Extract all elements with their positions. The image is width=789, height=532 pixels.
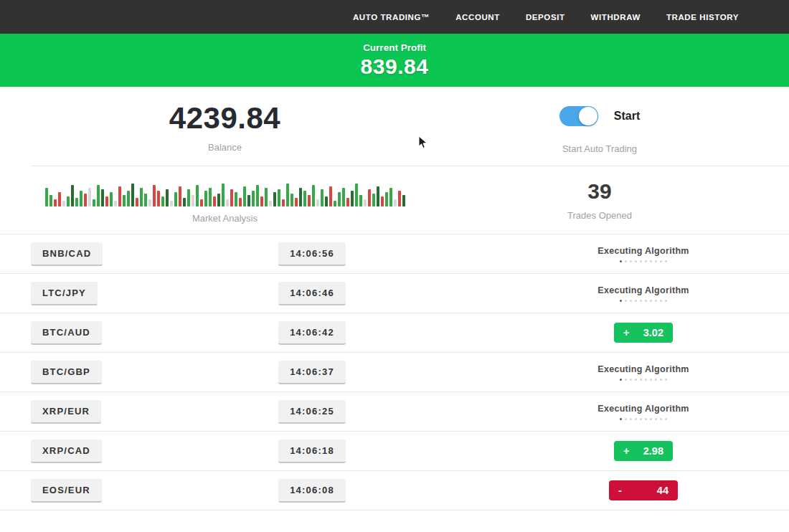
market-analysis-label: Market Analysis [192, 213, 258, 224]
trades-opened-block: 39 Trades Opened [450, 166, 789, 234]
pair-chip[interactable]: XRP/CAD [31, 440, 102, 463]
table-row: LTC/JPY 14:06:46 Executing Algorithm [0, 273, 789, 313]
time-chip: 14:06:18 [278, 440, 346, 463]
progress-dots [597, 379, 689, 381]
toggle-start-label: Start [614, 110, 640, 123]
trade-status: Executing Algorithm [597, 364, 689, 381]
balance-toggle-row: 4239.84 Balance Start Start Auto Trading [0, 87, 789, 166]
pair-chip[interactable]: LTC/JPY [31, 282, 98, 305]
executing-label: Executing Algorithm [597, 404, 689, 414]
executing-label: Executing Algorithm [597, 285, 689, 295]
auto-trading-page: AUTO TRADING™ACCOUNTDEPOSITWITHDRAWTRADE… [0, 0, 789, 532]
trades-opened-label: Trades Opened [567, 210, 632, 221]
top-navbar: AUTO TRADING™ACCOUNTDEPOSITWITHDRAWTRADE… [0, 0, 789, 34]
nav-item[interactable]: TRADE HISTORY [666, 13, 739, 22]
balance-label: Balance [208, 142, 242, 153]
market-analysis-chart [45, 179, 405, 206]
table-row: BNB/CAD 14:06:56 Executing Algorithm [0, 234, 789, 273]
time-chip: 14:06:42 [278, 321, 346, 345]
table-row: XRP/EUR 14:06:25 Executing Algorithm [0, 391, 789, 431]
market-trades-row: Market Analysis 39 Trades Opened [0, 166, 789, 234]
current-profit-value: 839.84 [0, 54, 789, 79]
time-chip: 14:06:56 [278, 242, 346, 266]
auto-trading-label: Start Auto Trading [562, 143, 637, 154]
table-row: BTC/AUD 14:06:42 +3.02 [0, 313, 789, 352]
executing-label: Executing Algorithm [597, 364, 689, 374]
table-row: XRP/CAD 14:06:18 +2.98 [0, 431, 789, 470]
profit-badge: +2.98 [614, 441, 673, 461]
pair-chip[interactable]: XRP/EUR [31, 400, 101, 424]
trade-status: Executing Algorithm [597, 285, 689, 302]
pair-chip[interactable]: EOS/EUR [31, 479, 102, 503]
pair-chip[interactable]: BTC/AUD [31, 321, 102, 345]
time-chip: 14:06:25 [278, 400, 346, 424]
toggle-knob-icon [579, 107, 597, 125]
nav-item[interactable]: AUTO TRADING™ [353, 13, 430, 22]
progress-dots [597, 260, 689, 262]
pair-chip[interactable]: BNB/CAD [31, 242, 103, 266]
time-chip: 14:06:08 [278, 479, 346, 503]
pair-chip[interactable]: BTC/GBP [31, 361, 102, 384]
executing-label: Executing Algorithm [597, 246, 689, 256]
loss-badge: -44 [609, 480, 678, 500]
profit-badge: +3.02 [614, 323, 673, 343]
trade-status: +2.98 [614, 441, 673, 461]
progress-dots [597, 418, 689, 420]
time-chip: 14:06:46 [278, 282, 346, 305]
nav-menu: AUTO TRADING™ACCOUNTDEPOSITWITHDRAWTRADE… [353, 13, 739, 22]
trade-status: Executing Algorithm [597, 246, 689, 262]
balance-value: 4239.84 [169, 101, 280, 136]
trade-status: -44 [609, 480, 678, 500]
auto-trading-toggle[interactable] [559, 106, 598, 126]
time-chip: 14:06:37 [278, 361, 346, 384]
nav-item[interactable]: WITHDRAW [591, 13, 641, 22]
table-row: BTC/GBP 14:06:37 Executing Algorithm [0, 352, 789, 391]
trades-opened-value: 39 [587, 179, 611, 204]
current-profit-label: Current Profit [0, 42, 789, 53]
current-profit-banner: Current Profit 839.84 [0, 34, 789, 87]
nav-item[interactable]: ACCOUNT [455, 13, 500, 22]
trade-status: Executing Algorithm [597, 404, 689, 420]
market-analysis-block: Market Analysis [0, 166, 450, 234]
nav-item[interactable]: DEPOSIT [526, 13, 565, 22]
trade-status: +3.02 [614, 323, 673, 343]
auto-trading-block: Start Start Auto Trading [450, 87, 789, 166]
balance-block: 4239.84 Balance [0, 87, 450, 166]
table-row: EOS/EUR 14:06:08 -44 [0, 470, 789, 510]
trades-list: BNB/CAD 14:06:56 Executing Algorithm LTC… [0, 234, 789, 510]
progress-dots [597, 300, 689, 302]
